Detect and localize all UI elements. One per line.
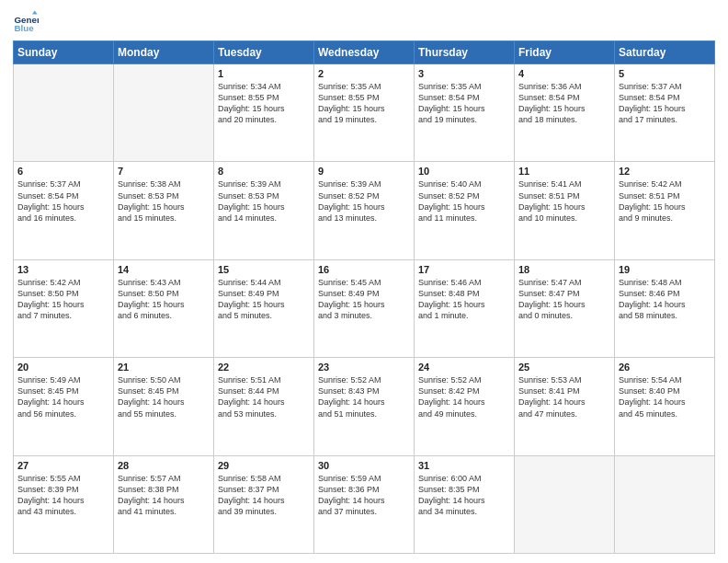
day-number: 31 — [418, 460, 510, 471]
calendar-cell: 3Sunrise: 5:35 AM Sunset: 8:54 PM Daylig… — [415, 64, 515, 162]
calendar-cell: 28Sunrise: 5:57 AM Sunset: 8:38 PM Dayli… — [114, 455, 214, 553]
day-number: 24 — [418, 362, 510, 373]
calendar-cell: 23Sunrise: 5:52 AM Sunset: 8:43 PM Dayli… — [314, 358, 415, 455]
cell-text: Sunrise: 5:38 AM Sunset: 8:53 PM Dayligh… — [118, 178, 210, 224]
cell-text: Sunrise: 5:49 AM Sunset: 8:45 PM Dayligh… — [17, 374, 109, 419]
cell-text: Sunrise: 5:51 AM Sunset: 8:44 PM Dayligh… — [218, 374, 310, 419]
day-number: 9 — [318, 166, 410, 177]
day-number: 22 — [218, 362, 310, 373]
cell-text: Sunrise: 5:42 AM Sunset: 8:50 PM Dayligh… — [17, 277, 109, 322]
calendar-cell — [515, 455, 615, 553]
calendar-cell: 21Sunrise: 5:50 AM Sunset: 8:45 PM Dayli… — [114, 358, 214, 455]
calendar-cell: 24Sunrise: 5:52 AM Sunset: 8:42 PM Dayli… — [415, 358, 515, 455]
cell-text: Sunrise: 5:41 AM Sunset: 8:51 PM Dayligh… — [518, 178, 610, 224]
cell-text: Sunrise: 5:34 AM Sunset: 8:55 PM Dayligh… — [218, 81, 310, 126]
cell-text: Sunrise: 5:35 AM Sunset: 8:55 PM Dayligh… — [318, 81, 410, 126]
cell-text: Sunrise: 5:45 AM Sunset: 8:49 PM Dayligh… — [318, 277, 410, 322]
cell-text: Sunrise: 5:58 AM Sunset: 8:37 PM Dayligh… — [218, 473, 310, 518]
calendar-cell: 16Sunrise: 5:45 AM Sunset: 8:49 PM Dayli… — [314, 259, 415, 357]
day-number: 27 — [17, 460, 109, 471]
day-number: 5 — [619, 68, 711, 79]
day-number: 2 — [318, 68, 410, 79]
calendar-cell: 17Sunrise: 5:46 AM Sunset: 8:48 PM Dayli… — [415, 259, 515, 357]
calendar-cell — [114, 64, 214, 162]
col-header-thursday: Thursday — [415, 41, 515, 64]
cell-text: Sunrise: 5:42 AM Sunset: 8:51 PM Dayligh… — [619, 178, 711, 224]
calendar-cell: 29Sunrise: 5:58 AM Sunset: 8:37 PM Dayli… — [214, 455, 314, 553]
day-number: 28 — [118, 460, 210, 471]
svg-text:Blue: Blue — [14, 23, 34, 33]
calendar-cell: 13Sunrise: 5:42 AM Sunset: 8:50 PM Dayli… — [14, 259, 114, 357]
day-number: 19 — [619, 264, 711, 275]
cell-text: Sunrise: 5:35 AM Sunset: 8:54 PM Dayligh… — [418, 81, 510, 126]
week-row-1: 1Sunrise: 5:34 AM Sunset: 8:55 PM Daylig… — [14, 64, 715, 162]
calendar-table: SundayMondayTuesdayWednesdayThursdayFrid… — [13, 40, 715, 554]
day-number: 26 — [619, 362, 711, 373]
col-header-sunday: Sunday — [14, 41, 114, 64]
col-header-tuesday: Tuesday — [214, 41, 314, 64]
cell-text: Sunrise: 5:50 AM Sunset: 8:45 PM Dayligh… — [118, 374, 210, 419]
calendar-cell: 12Sunrise: 5:42 AM Sunset: 8:51 PM Dayli… — [615, 162, 715, 259]
cell-text: Sunrise: 5:52 AM Sunset: 8:43 PM Dayligh… — [318, 374, 410, 419]
day-number: 1 — [218, 68, 310, 79]
cell-text: Sunrise: 5:39 AM Sunset: 8:52 PM Dayligh… — [318, 178, 410, 224]
day-number: 17 — [418, 264, 510, 275]
calendar-cell: 31Sunrise: 6:00 AM Sunset: 8:35 PM Dayli… — [415, 455, 515, 553]
day-number: 21 — [118, 362, 210, 373]
logo: General Blue — [13, 9, 42, 35]
cell-text: Sunrise: 5:37 AM Sunset: 8:54 PM Dayligh… — [619, 81, 711, 126]
calendar-cell: 25Sunrise: 5:53 AM Sunset: 8:41 PM Dayli… — [515, 358, 615, 455]
cell-text: Sunrise: 5:48 AM Sunset: 8:46 PM Dayligh… — [619, 277, 711, 322]
cell-text: Sunrise: 5:54 AM Sunset: 8:40 PM Dayligh… — [619, 374, 711, 419]
day-number: 15 — [218, 264, 310, 275]
day-number: 10 — [418, 166, 510, 177]
day-number: 30 — [318, 460, 410, 471]
day-number: 20 — [17, 362, 109, 373]
calendar-cell: 6Sunrise: 5:37 AM Sunset: 8:54 PM Daylig… — [14, 162, 114, 259]
calendar-cell: 5Sunrise: 5:37 AM Sunset: 8:54 PM Daylig… — [615, 64, 715, 162]
calendar-cell: 19Sunrise: 5:48 AM Sunset: 8:46 PM Dayli… — [615, 259, 715, 357]
day-number: 12 — [619, 166, 711, 177]
day-number: 14 — [118, 264, 210, 275]
col-header-monday: Monday — [114, 41, 214, 64]
calendar-cell — [14, 64, 114, 162]
calendar-cell: 9Sunrise: 5:39 AM Sunset: 8:52 PM Daylig… — [314, 162, 415, 259]
cell-text: Sunrise: 5:47 AM Sunset: 8:47 PM Dayligh… — [518, 277, 610, 322]
day-number: 23 — [318, 362, 410, 373]
day-number: 8 — [218, 166, 310, 177]
cell-text: Sunrise: 5:40 AM Sunset: 8:52 PM Dayligh… — [418, 178, 510, 224]
cell-text: Sunrise: 5:59 AM Sunset: 8:36 PM Dayligh… — [318, 473, 410, 518]
calendar-cell: 26Sunrise: 5:54 AM Sunset: 8:40 PM Dayli… — [615, 358, 715, 455]
week-row-3: 13Sunrise: 5:42 AM Sunset: 8:50 PM Dayli… — [14, 259, 715, 357]
day-number: 6 — [17, 166, 109, 177]
calendar-cell: 30Sunrise: 5:59 AM Sunset: 8:36 PM Dayli… — [314, 455, 415, 553]
week-row-4: 20Sunrise: 5:49 AM Sunset: 8:45 PM Dayli… — [14, 358, 715, 455]
calendar-header-row: SundayMondayTuesdayWednesdayThursdayFrid… — [14, 41, 715, 64]
cell-text: Sunrise: 5:44 AM Sunset: 8:49 PM Dayligh… — [218, 277, 310, 322]
cell-text: Sunrise: 5:37 AM Sunset: 8:54 PM Dayligh… — [17, 178, 109, 224]
cell-text: Sunrise: 5:53 AM Sunset: 8:41 PM Dayligh… — [518, 374, 610, 419]
calendar-cell: 15Sunrise: 5:44 AM Sunset: 8:49 PM Dayli… — [214, 259, 314, 357]
calendar-cell — [615, 455, 715, 553]
day-number: 29 — [218, 460, 310, 471]
cell-text: Sunrise: 5:57 AM Sunset: 8:38 PM Dayligh… — [118, 473, 210, 518]
calendar-body: 1Sunrise: 5:34 AM Sunset: 8:55 PM Daylig… — [14, 64, 715, 554]
col-header-saturday: Saturday — [615, 41, 715, 64]
col-header-friday: Friday — [515, 41, 615, 64]
svg-marker-2 — [32, 10, 38, 14]
calendar-cell: 8Sunrise: 5:39 AM Sunset: 8:53 PM Daylig… — [214, 162, 314, 259]
calendar-cell: 27Sunrise: 5:55 AM Sunset: 8:39 PM Dayli… — [14, 455, 114, 553]
day-number: 13 — [17, 264, 109, 275]
day-number: 11 — [518, 166, 610, 177]
calendar-cell: 11Sunrise: 5:41 AM Sunset: 8:51 PM Dayli… — [515, 162, 615, 259]
week-row-5: 27Sunrise: 5:55 AM Sunset: 8:39 PM Dayli… — [14, 455, 715, 553]
calendar-cell: 4Sunrise: 5:36 AM Sunset: 8:54 PM Daylig… — [515, 64, 615, 162]
day-number: 25 — [518, 362, 610, 373]
calendar-cell: 10Sunrise: 5:40 AM Sunset: 8:52 PM Dayli… — [415, 162, 515, 259]
calendar-cell: 18Sunrise: 5:47 AM Sunset: 8:47 PM Dayli… — [515, 259, 615, 357]
calendar-cell: 2Sunrise: 5:35 AM Sunset: 8:55 PM Daylig… — [314, 64, 415, 162]
cell-text: Sunrise: 5:39 AM Sunset: 8:53 PM Dayligh… — [218, 178, 310, 224]
calendar-cell: 14Sunrise: 5:43 AM Sunset: 8:50 PM Dayli… — [114, 259, 214, 357]
day-number: 4 — [518, 68, 610, 79]
calendar-cell: 7Sunrise: 5:38 AM Sunset: 8:53 PM Daylig… — [114, 162, 214, 259]
